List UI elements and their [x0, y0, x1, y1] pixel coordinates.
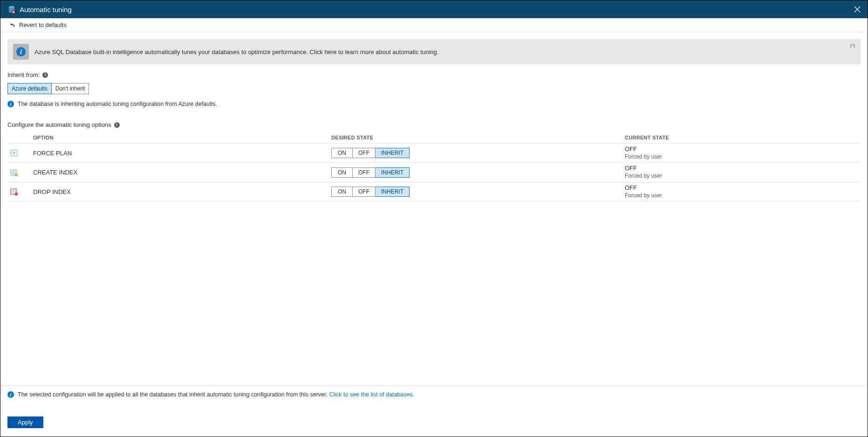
revert-label: Revert to defaults — [19, 21, 67, 28]
open-external-button[interactable] — [849, 43, 856, 51]
close-button[interactable] — [847, 0, 868, 18]
inherit-azure-defaults-button[interactable]: Azure defaults — [7, 83, 52, 94]
close-icon — [854, 6, 861, 13]
configure-label: Configure the automatic tuning options — [7, 121, 111, 128]
apply-button[interactable]: Apply — [7, 416, 43, 428]
state-off-button[interactable]: OFF — [353, 167, 376, 178]
current-state-sub: Forced by user — [625, 153, 861, 161]
blade-title: Automatic tuning — [20, 6, 72, 14]
col-desired: DESIRED STATE — [331, 135, 625, 140]
current-state-value: OFF — [625, 165, 861, 173]
sql-database-icon — [7, 5, 16, 14]
desired-state-toggle: ON OFF INHERIT — [331, 167, 625, 178]
info-icon: i — [7, 101, 14, 107]
table-row: FORCE PLAN ON OFF INHERIT OFF Forced by … — [7, 143, 861, 163]
inherit-help-icon[interactable]: i — [42, 72, 48, 78]
state-off-button[interactable]: OFF — [353, 148, 376, 158]
undo-icon — [10, 22, 16, 28]
current-state-sub: Forced by user — [625, 192, 861, 200]
row-name: FORCE PLAN — [33, 150, 331, 157]
state-inherit-button[interactable]: INHERIT — [376, 187, 410, 197]
inherit-from-label: Inherit from: — [7, 71, 40, 78]
revert-to-defaults-button[interactable]: Revert to defaults — [10, 21, 67, 28]
open-external-icon — [849, 43, 856, 49]
options-table: OPTION DESIRED STATE CURRENT STATE FORCE… — [7, 132, 861, 201]
current-state-sub: Forced by user — [625, 173, 861, 180]
svg-text:i: i — [20, 48, 22, 55]
current-state: OFF Forced by user — [625, 184, 861, 199]
inherit-dont-inherit-button[interactable]: Don't inherit — [52, 83, 89, 94]
content-area: i Azure SQL Database built-in intelligen… — [0, 32, 868, 385]
current-state-value: OFF — [625, 146, 861, 153]
state-inherit-button[interactable]: INHERIT — [376, 148, 410, 158]
desired-state-toggle: ON OFF INHERIT — [331, 148, 625, 158]
current-state: OFF Forced by user — [625, 146, 861, 160]
desired-state-toggle: ON OFF INHERIT — [331, 187, 625, 197]
configure-label-row: Configure the automatic tuning options i — [7, 121, 861, 128]
inherit-from-toggle: Azure defaults Don't inherit — [7, 83, 861, 94]
info-banner-icon: i — [13, 44, 29, 60]
inherit-from-label-row: Inherit from: i — [7, 71, 861, 78]
current-state: OFF Forced by user — [625, 165, 861, 180]
state-off-button[interactable]: OFF — [353, 187, 376, 197]
state-on-button[interactable]: ON — [331, 148, 353, 158]
inherit-status-text: The database is inheriting automatic tun… — [18, 101, 217, 107]
col-current: CURRENT STATE — [625, 135, 861, 140]
info-banner-text: Azure SQL Database built-in intelligence… — [34, 49, 438, 55]
footer-databases-link[interactable]: Click to see the list of databases. — [329, 391, 414, 398]
force-plan-icon — [7, 149, 33, 157]
table-row: CREATE INDEX ON OFF INHERIT OFF Forced b… — [7, 163, 861, 182]
table-header: OPTION DESIRED STATE CURRENT STATE — [7, 132, 861, 143]
blade-header: Automatic tuning — [0, 0, 868, 18]
col-option: OPTION — [33, 135, 331, 140]
table-row: DROP INDEX ON OFF INHERIT OFF Forced by … — [7, 182, 861, 201]
toolbar: Revert to defaults — [0, 18, 868, 32]
current-state-value: OFF — [625, 184, 861, 192]
footer: i The selected configuration will be app… — [0, 385, 868, 437]
inherit-status-line: i The database is inheriting automatic t… — [7, 101, 861, 107]
row-name: CREATE INDEX — [33, 169, 331, 176]
footer-info-line: i The selected configuration will be app… — [7, 391, 861, 398]
info-banner[interactable]: i Azure SQL Database built-in intelligen… — [7, 39, 861, 64]
create-index-icon — [7, 169, 33, 176]
row-name: DROP INDEX — [33, 188, 331, 195]
state-on-button[interactable]: ON — [331, 187, 353, 197]
configure-help-icon[interactable]: i — [114, 122, 120, 128]
state-on-button[interactable]: ON — [331, 167, 353, 178]
footer-text: The selected configuration will be appli… — [18, 391, 329, 398]
svg-point-0 — [9, 6, 14, 8]
drop-index-icon — [7, 188, 33, 195]
svg-point-5 — [14, 153, 14, 153]
state-inherit-button[interactable]: INHERIT — [376, 167, 410, 178]
info-icon: i — [7, 391, 14, 398]
